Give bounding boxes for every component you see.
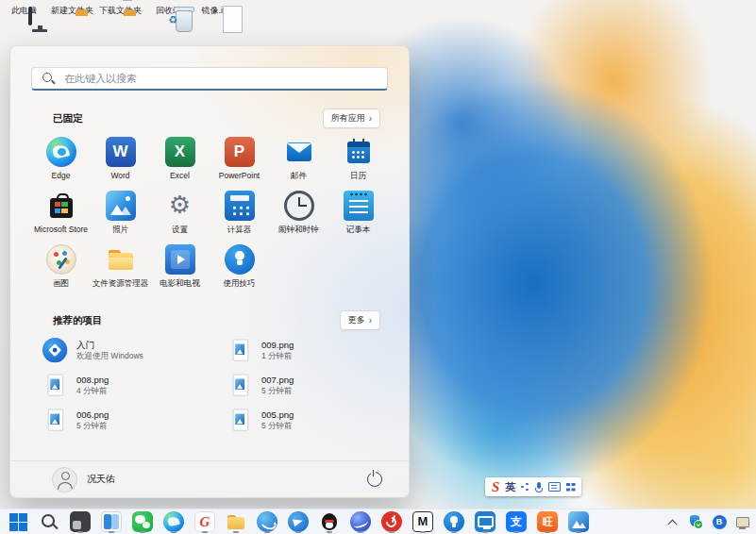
recommended-item-007-png[interactable]: 007.png5 分钟前 xyxy=(216,368,388,403)
g-browser-icon: G xyxy=(194,511,215,532)
pinned-apps-grid: EdgeWWordXExcelPPowerPoint邮件日历Microsoft … xyxy=(31,135,388,296)
bluetooth[interactable]: B xyxy=(711,512,728,531)
running-indicator xyxy=(482,531,488,533)
ime-emoji-icon[interactable] xyxy=(521,483,529,492)
009-png-icon xyxy=(227,338,253,363)
running-indicator xyxy=(264,531,270,533)
taskbar-button-swoosh-orb-app[interactable] xyxy=(349,510,372,533)
taskbar-button-netease-music[interactable] xyxy=(380,510,403,533)
pinned-app-calendar[interactable]: 日历 xyxy=(329,135,388,189)
ime-toolbox-icon[interactable] xyxy=(566,483,575,492)
notepad-icon xyxy=(344,191,374,221)
taskbar-button-search[interactable] xyxy=(38,510,60,533)
recommended-item-subtitle: 5 分钟前 xyxy=(76,421,109,431)
taskbar-button-tips[interactable] xyxy=(443,510,465,533)
pinned-app-word[interactable]: WWord xyxy=(92,135,150,189)
ime-mic-icon[interactable] xyxy=(535,482,543,492)
desktop-icon-label: 下载文件夹 xyxy=(97,6,143,15)
pinned-app-paint[interactable]: 画图 xyxy=(32,242,91,296)
running-indicator xyxy=(420,531,426,533)
pinned-app-excel[interactable]: XExcel xyxy=(151,135,210,189)
ime-language-mode[interactable]: 英 xyxy=(505,477,515,496)
start-icon xyxy=(8,511,28,532)
pinned-app-file-explorer[interactable]: 文件资源管理器 xyxy=(92,242,150,296)
desktop-icon-this-pc[interactable]: 此电脑 xyxy=(1,4,47,15)
blue-sphere-app-icon xyxy=(257,511,277,532)
taskbar-button-edge[interactable] xyxy=(162,510,185,533)
007-png-icon xyxy=(227,373,253,398)
taskbar-button-screen-cast[interactable] xyxy=(474,510,496,533)
taskbar-button-g-browser[interactable]: G xyxy=(193,510,216,533)
taskbar: GM支旺 B xyxy=(0,509,756,534)
pinned-app-microsoft-store[interactable]: Microsoft Store xyxy=(32,189,91,242)
pinned-app-label: 文件资源管理器 xyxy=(92,278,149,290)
running-indicator xyxy=(513,531,519,533)
taskbar-button-alipay[interactable]: 支 xyxy=(505,510,528,533)
ime-bar[interactable]: S 英 xyxy=(485,477,581,496)
mail-icon xyxy=(284,137,314,167)
recommended-item-006-png[interactable]: 006.png5 分钟前 xyxy=(31,403,216,438)
search-icon xyxy=(42,72,55,85)
system-tray: B xyxy=(664,509,751,534)
taskbar-button-wangwang[interactable]: 旺 xyxy=(536,510,559,533)
pinned-app-label: 设置 xyxy=(172,225,188,236)
edge-icon xyxy=(163,511,184,532)
taskbar-button-file-explorer[interactable] xyxy=(225,510,247,533)
taskbar-button-photos[interactable] xyxy=(567,510,590,533)
security-shield[interactable] xyxy=(687,512,704,531)
all-apps-button[interactable]: 所有应用 › xyxy=(323,108,380,128)
pinned-app-photos[interactable]: 照片 xyxy=(92,189,150,242)
recommended-item-title: 入门 xyxy=(76,340,143,351)
recommended-item-title: 009.png xyxy=(261,340,294,351)
tray-chevron[interactable] xyxy=(664,512,680,531)
taskbar-button-paper-plane-app[interactable] xyxy=(287,510,310,533)
bluetooth-icon: B xyxy=(713,515,727,529)
taskbar-button-m-waveform-app[interactable]: M xyxy=(412,510,434,533)
taskbar-button-dark-square-app[interactable] xyxy=(69,510,92,533)
pinned-app-settings[interactable]: ⚙设置 xyxy=(151,189,210,242)
more-button[interactable]: 更多 › xyxy=(340,310,380,330)
desktop-icon-new-folder[interactable]: 新建文件夹 xyxy=(49,4,95,15)
pinned-app-notepad[interactable]: 记事本 xyxy=(329,189,388,242)
recommended-item-009-png[interactable]: 009.png1 分钟前 xyxy=(216,333,388,368)
running-indicator xyxy=(358,531,363,533)
word-icon: W xyxy=(106,137,136,167)
taskbar-button-split-view-app[interactable] xyxy=(100,510,123,533)
calculator-icon xyxy=(225,191,255,221)
taskbar-button-qq[interactable] xyxy=(318,510,341,533)
pinned-app-mail[interactable]: 邮件 xyxy=(270,135,328,189)
008-png-icon xyxy=(42,373,68,398)
recommended-item-get-started[interactable]: 入门欢迎使用 Windows xyxy=(31,333,216,368)
recommended-item-008-png[interactable]: 008.png4 分钟前 xyxy=(31,368,216,403)
taskbar-button-start[interactable] xyxy=(7,510,29,533)
start-menu: 已固定 所有应用 › EdgeWWordXExcelPPowerPoint邮件日… xyxy=(9,45,410,498)
power-button[interactable] xyxy=(367,472,382,487)
desktop-icon-iso-file[interactable]: 镜像.iso xyxy=(193,4,240,15)
sogou-logo-icon[interactable]: S xyxy=(492,477,499,496)
ime-keyboard-icon[interactable] xyxy=(548,482,561,492)
taskbar-button-wechat[interactable] xyxy=(131,510,154,533)
pinned-app-alarms-clock[interactable]: 闹钟和时钟 xyxy=(270,189,328,242)
search-input[interactable] xyxy=(62,72,378,85)
pinned-app-edge[interactable]: Edge xyxy=(32,135,91,189)
taskbar-button-blue-sphere-app[interactable] xyxy=(256,510,278,533)
pinned-app-calculator[interactable]: 计算器 xyxy=(210,189,269,242)
desktop-icon-download-folder-shortcut[interactable]: ↗下载文件夹 xyxy=(97,4,143,15)
user-profile-button[interactable]: 况天佑 xyxy=(42,464,125,495)
recommended-item-subtitle: 1 分钟前 xyxy=(261,351,294,361)
safely-remove-hardware[interactable] xyxy=(734,512,751,531)
running-indicator xyxy=(451,531,457,533)
paper-plane-app-icon xyxy=(288,511,309,532)
desktop-icon-label: 新建文件夹 xyxy=(49,6,95,15)
pinned-app-movies-tv[interactable]: 电影和电视 xyxy=(151,242,210,296)
screen: 此电脑新建文件夹↗下载文件夹♻回收站镜像.iso 已固定 所有应用 › Edge… xyxy=(0,0,756,534)
search-box[interactable] xyxy=(31,67,388,91)
avatar xyxy=(52,467,77,492)
pinned-app-powerpoint[interactable]: PPowerPoint xyxy=(210,135,269,189)
pinned-app-label: PowerPoint xyxy=(219,171,260,180)
pinned-app-tips[interactable]: 使用技巧 xyxy=(210,242,269,296)
recommended-item-005-png[interactable]: 005.png5 分钟前 xyxy=(216,403,388,438)
desktop-icon-recycle-bin[interactable]: ♻回收站 xyxy=(145,4,192,15)
pinned-app-label: 画图 xyxy=(53,278,69,290)
pinned-app-label: 日历 xyxy=(350,171,366,182)
